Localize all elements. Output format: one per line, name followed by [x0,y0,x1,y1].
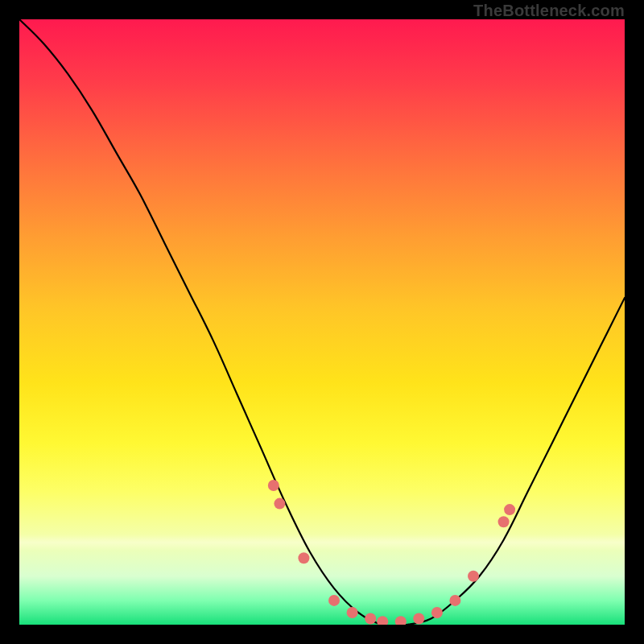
marker-group [268,480,515,625]
curve-marker [449,595,460,606]
curve-marker [468,571,479,582]
curve-marker [377,616,388,625]
plot-area [19,19,625,625]
chart-frame: TheBottleneck.com [0,0,644,644]
curve-marker [413,613,424,625]
curve-marker [328,595,340,606]
curve-marker [498,516,510,527]
curve-marker [504,504,515,515]
curve-marker [365,613,376,625]
curve-marker [298,552,309,564]
watermark-text: TheBottleneck.com [473,2,625,20]
curve-marker [274,498,285,510]
curve-marker [395,616,407,625]
curve-marker [268,480,279,491]
curve-marker [431,607,443,618]
bottleneck-curve [19,19,625,625]
curve-layer [19,19,625,625]
curve-marker [347,607,358,618]
